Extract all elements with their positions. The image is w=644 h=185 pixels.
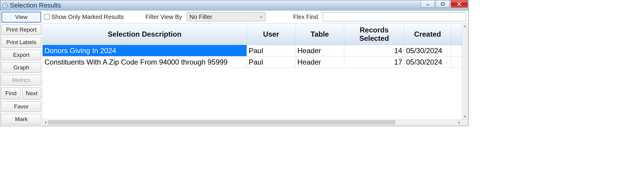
close-button[interactable] (451, 0, 468, 8)
toolbar: Show Only Marked Results Filter View By … (42, 11, 468, 23)
export-button[interactable]: Export (2, 50, 41, 60)
scroll-thumb[interactable] (48, 120, 395, 124)
graph-button[interactable]: Graph (2, 62, 41, 73)
filter-view-by-label: Filter View By (145, 14, 182, 20)
selection-results-window: Selection Results View Print Report Prin… (0, 0, 469, 126)
cell-created: 05/30/2024 (404, 45, 451, 56)
sidebar: View Print Report Print Labels Export Gr… (0, 11, 42, 126)
minimize-button[interactable] (421, 0, 435, 8)
col-created[interactable]: Created (404, 23, 451, 45)
svg-rect-3 (426, 5, 429, 5)
window-title: Selection Results (10, 2, 421, 9)
main-panel: Show Only Marked Results Filter View By … (42, 11, 468, 126)
cell-description: Donors Giving In 2024 (43, 45, 247, 56)
col-user[interactable]: User (247, 23, 296, 45)
table-row[interactable]: Constituents With A Zip Code From 94000 … (43, 56, 467, 68)
mark-button[interactable]: Mark (2, 114, 41, 125)
metrics-button: Metrics (2, 75, 41, 86)
scroll-left-arrow-icon (43, 120, 48, 125)
flex-find-input[interactable] (323, 12, 466, 21)
col-table[interactable]: Table (296, 23, 344, 45)
titlebar: Selection Results (0, 0, 468, 11)
cell-table: Header (296, 56, 344, 68)
cell-table: Header (296, 45, 344, 56)
scroll-track (48, 120, 457, 125)
col-records[interactable]: Records Selected (344, 23, 404, 45)
horizontal-scrollbar[interactable] (43, 120, 462, 125)
table-row[interactable]: Donors Giving In 2024 Paul Header 14 05/… (43, 45, 467, 56)
checkbox-box (44, 14, 50, 20)
scroll-right-arrow-icon (457, 120, 462, 125)
app-icon (2, 2, 8, 8)
filter-view-by-value: No Filter (190, 14, 212, 20)
svg-rect-4 (441, 3, 444, 5)
scroll-down-arrow-icon (462, 114, 468, 120)
window-controls (421, 0, 468, 10)
scroll-track (462, 29, 467, 114)
results-table: Selection Description User Table Records… (42, 23, 468, 125)
cell-created: 05/30/2024 (404, 56, 451, 68)
col-description[interactable]: Selection Description (43, 23, 247, 45)
view-button[interactable]: View (2, 12, 41, 23)
find-button[interactable]: Find (2, 87, 20, 99)
scroll-corner (462, 120, 467, 125)
maximize-button[interactable] (436, 0, 450, 8)
cell-records: 17 (344, 56, 404, 68)
cell-description: Constituents With A Zip Code From 94000 … (43, 56, 247, 68)
print-labels-button[interactable]: Print Labels (2, 37, 41, 48)
cell-user: Paul (247, 56, 296, 68)
scroll-up-arrow-icon (462, 23, 468, 29)
favor-button[interactable]: Favor (2, 101, 41, 112)
show-only-marked-checkbox[interactable]: Show Only Marked Results (44, 14, 124, 20)
chevron-down-icon (259, 14, 263, 20)
table-header: Selection Description User Table Records… (43, 23, 467, 45)
cell-user: Paul (247, 45, 296, 56)
filter-view-by-select[interactable]: No Filter (187, 12, 266, 21)
cell-records: 14 (344, 45, 404, 56)
show-only-marked-label: Show Only Marked Results (51, 14, 124, 20)
flex-find-label: Flex Find (293, 14, 318, 20)
next-button[interactable]: Next (22, 87, 41, 99)
print-report-button[interactable]: Print Report (2, 24, 41, 35)
vertical-scrollbar[interactable] (462, 23, 467, 120)
